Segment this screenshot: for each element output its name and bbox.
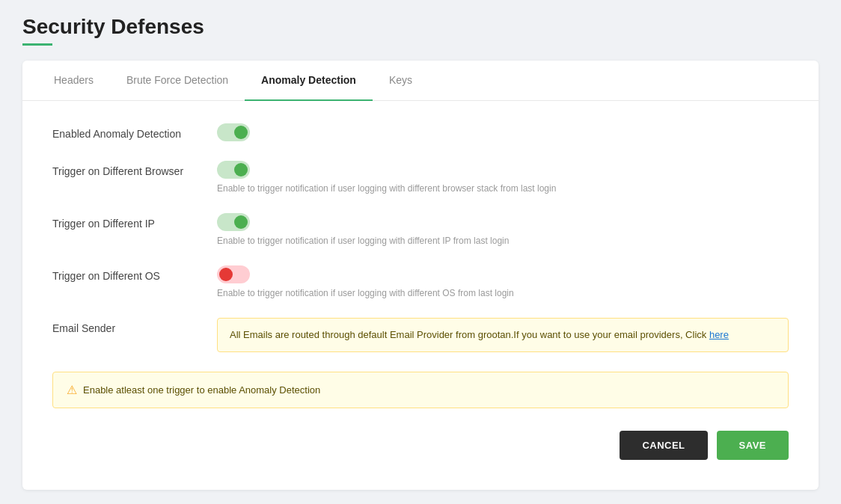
- warning-icon: ⚠: [67, 383, 77, 397]
- warning-box: ⚠ Enable atleast one trigger to enable A…: [52, 372, 789, 408]
- warning-text: Enable atleast one trigger to enable Ano…: [83, 384, 320, 396]
- row-trigger-ip: Trigger on Different IP Enable to trigge…: [52, 213, 789, 246]
- main-card: Headers Brute Force Detection Anomaly De…: [22, 61, 819, 490]
- toggle-trigger-browser[interactable]: [217, 161, 250, 179]
- tab-keys[interactable]: Keys: [373, 61, 429, 101]
- label-trigger-browser: Trigger on Different Browser: [52, 161, 217, 177]
- email-notice-text: All Emails are routed through default Em…: [230, 329, 709, 340]
- row-trigger-os: Trigger on Different OS Enable to trigge…: [52, 265, 789, 298]
- control-enabled-anomaly: [217, 123, 789, 141]
- hint-trigger-os: Enable to trigger notification if user l…: [217, 288, 789, 298]
- label-trigger-ip: Trigger on Different IP: [52, 213, 217, 230]
- row-enabled-anomaly: Enabled Anomaly Detection: [52, 123, 789, 141]
- label-trigger-os: Trigger on Different OS: [52, 265, 217, 282]
- tab-headers[interactable]: Headers: [37, 61, 110, 101]
- toggle-trigger-ip[interactable]: [217, 213, 250, 231]
- toggle-trigger-os[interactable]: [217, 265, 250, 283]
- label-enabled-anomaly: Enabled Anomaly Detection: [52, 123, 217, 140]
- row-email-sender: Email Sender All Emails are routed throu…: [52, 318, 789, 352]
- label-email-sender: Email Sender: [52, 318, 217, 334]
- save-button[interactable]: SAVE: [717, 431, 789, 460]
- cancel-button[interactable]: CANCEL: [620, 431, 707, 460]
- action-bar: CANCEL SAVE: [52, 431, 789, 460]
- title-underline: [22, 43, 52, 46]
- email-here-link[interactable]: here: [709, 329, 729, 340]
- row-trigger-browser: Trigger on Different Browser Enable to t…: [52, 161, 789, 194]
- control-trigger-browser: Enable to trigger notification if user l…: [217, 161, 789, 194]
- hint-trigger-browser: Enable to trigger notification if user l…: [217, 183, 789, 194]
- control-trigger-ip: Enable to trigger notification if user l…: [217, 213, 789, 246]
- control-trigger-os: Enable to trigger notification if user l…: [217, 265, 789, 298]
- control-email-sender: All Emails are routed through default Em…: [217, 318, 789, 352]
- toggle-enabled-anomaly[interactable]: [217, 123, 250, 141]
- hint-trigger-ip: Enable to trigger notification if user l…: [217, 236, 789, 246]
- tab-anomaly-detection[interactable]: Anomaly Detection: [245, 61, 373, 101]
- tab-bar: Headers Brute Force Detection Anomaly De…: [22, 61, 819, 101]
- page-title: Security Defenses: [22, 15, 819, 39]
- card-body: Enabled Anomaly Detection Trigger on Dif…: [22, 101, 819, 490]
- tab-brute-force[interactable]: Brute Force Detection: [110, 61, 245, 101]
- email-notice: All Emails are routed through default Em…: [217, 318, 789, 352]
